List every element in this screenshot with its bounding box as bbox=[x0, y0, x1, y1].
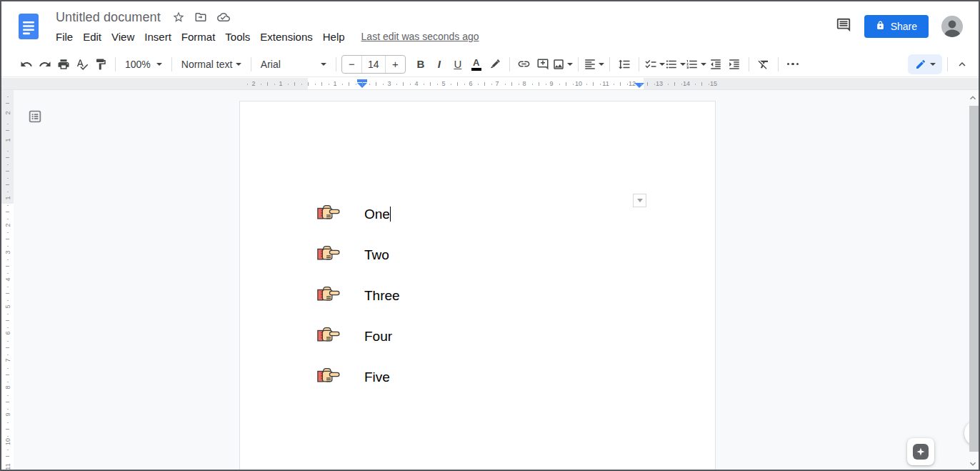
decrease-font-size-button[interactable]: − bbox=[342, 55, 361, 74]
docs-logo[interactable] bbox=[1, 1, 56, 51]
scroll-up-button[interactable] bbox=[966, 91, 979, 104]
menubar: FileEditViewInsertFormatToolsExtensionsH… bbox=[56, 28, 479, 45]
insert-image-button[interactable] bbox=[552, 55, 573, 74]
ruler-tick bbox=[396, 84, 397, 85]
chevron-down-icon bbox=[567, 63, 573, 66]
ruler-tick bbox=[6, 456, 9, 457]
ruler-number: 10 bbox=[575, 80, 582, 87]
menu-extensions[interactable]: Extensions bbox=[255, 29, 317, 44]
menu-edit[interactable]: Edit bbox=[78, 29, 106, 44]
last-edit-status-link[interactable]: Last edit was seconds ago bbox=[361, 31, 479, 42]
clear-formatting-button[interactable] bbox=[754, 55, 773, 74]
undo-button[interactable] bbox=[17, 55, 36, 74]
ruler-tick bbox=[627, 84, 628, 85]
account-avatar[interactable] bbox=[941, 16, 963, 37]
ruler-tick bbox=[321, 82, 322, 86]
menu-file[interactable]: File bbox=[56, 29, 78, 44]
ruler-tick bbox=[267, 82, 268, 86]
toolbar-divider bbox=[639, 57, 639, 71]
toolbar-divider bbox=[749, 57, 749, 71]
star-icon[interactable] bbox=[172, 11, 185, 24]
ruler-tick bbox=[6, 375, 9, 375]
document-page[interactable]: One Two bbox=[239, 101, 716, 471]
bulleted-list-button[interactable] bbox=[665, 55, 686, 74]
ruler-number: 5 bbox=[4, 304, 11, 308]
share-button[interactable]: Share bbox=[864, 15, 929, 38]
menu-insert[interactable]: Insert bbox=[139, 29, 176, 44]
ruler-tick bbox=[424, 84, 424, 85]
show-document-outline-button[interactable] bbox=[26, 107, 44, 126]
numbered-list-button[interactable] bbox=[686, 55, 706, 74]
toolbar-divider bbox=[336, 57, 336, 71]
ruler-tick bbox=[294, 82, 295, 86]
spelling-check-button[interactable] bbox=[73, 55, 91, 74]
font-size-input[interactable]: 14 bbox=[361, 55, 386, 74]
highlight-color-button[interactable] bbox=[486, 55, 504, 74]
scroll-down-button[interactable] bbox=[966, 457, 979, 470]
ruler-number: 1 bbox=[279, 80, 282, 87]
redo-button[interactable] bbox=[36, 55, 54, 74]
ruler-tick bbox=[6, 239, 9, 239]
list-item[interactable]: Two bbox=[240, 235, 715, 276]
text-color-button[interactable]: A bbox=[467, 55, 486, 74]
list-item[interactable]: Three bbox=[240, 276, 715, 317]
chevron-down-icon bbox=[701, 63, 706, 66]
list-item[interactable]: Four bbox=[240, 317, 715, 357]
line-spacing-button[interactable] bbox=[615, 55, 634, 74]
print-button[interactable] bbox=[54, 55, 73, 74]
ruler-tick bbox=[674, 82, 675, 86]
underline-button[interactable]: U bbox=[449, 55, 467, 74]
list-item[interactable]: One bbox=[240, 194, 715, 235]
ruler-number: 2 bbox=[4, 223, 11, 227]
ruler-number: 4 bbox=[414, 80, 418, 87]
vertical-ruler[interactable]: 211234567891011 bbox=[1, 90, 14, 470]
ruler-tick bbox=[620, 82, 621, 86]
first-line-indent-marker[interactable] bbox=[357, 79, 367, 82]
ruler-tick bbox=[403, 82, 404, 86]
italic-button[interactable]: I bbox=[430, 55, 449, 74]
explore-sparkle-icon bbox=[913, 444, 929, 460]
cloud-saved-icon[interactable] bbox=[216, 11, 231, 24]
more-toolbar-options-button[interactable] bbox=[784, 55, 802, 74]
ruler-tick bbox=[7, 300, 9, 301]
zoom-select[interactable]: 100% bbox=[121, 55, 166, 74]
add-comment-button[interactable] bbox=[534, 55, 552, 74]
toolbar-divider bbox=[171, 57, 172, 71]
ruler-tick bbox=[7, 327, 9, 328]
decrease-indent-button[interactable] bbox=[706, 55, 725, 74]
ruler-tick bbox=[6, 293, 9, 294]
paint-format-button[interactable] bbox=[91, 55, 110, 74]
menu-view[interactable]: View bbox=[106, 29, 139, 44]
menu-help[interactable]: Help bbox=[318, 29, 350, 44]
ruler-number: 11 bbox=[602, 80, 609, 87]
explore-button[interactable] bbox=[907, 438, 934, 465]
insert-link-button[interactable] bbox=[515, 55, 534, 74]
right-indent-marker[interactable] bbox=[634, 83, 644, 88]
hide-menus-button[interactable] bbox=[953, 55, 971, 74]
editing-mode-button[interactable] bbox=[908, 54, 942, 74]
align-button[interactable] bbox=[584, 55, 604, 74]
ruler-tick bbox=[247, 84, 248, 85]
ruler-tick bbox=[511, 82, 512, 86]
font-family-select[interactable]: Arial bbox=[256, 55, 331, 74]
text-color-icon: A bbox=[471, 58, 481, 71]
ellipsis-icon bbox=[787, 63, 799, 66]
horizontal-ruler[interactable]: 2113456789101112131415 bbox=[1, 78, 979, 90]
ruler-tick bbox=[7, 205, 9, 206]
scrollbar-thumb[interactable] bbox=[969, 106, 979, 452]
increase-font-size-button[interactable]: + bbox=[386, 55, 405, 74]
toolbar: 100% Normal text Arial − 14 + B I U A bbox=[1, 51, 979, 77]
ruler-tick bbox=[593, 82, 594, 86]
checklist-button[interactable] bbox=[644, 55, 665, 74]
menu-tools[interactable]: Tools bbox=[220, 29, 255, 44]
paragraph-styles-select[interactable]: Normal text bbox=[177, 55, 246, 74]
increase-indent-button[interactable] bbox=[725, 55, 744, 74]
menu-format[interactable]: Format bbox=[176, 29, 221, 44]
move-to-folder-icon[interactable] bbox=[194, 11, 207, 24]
ruler-tick bbox=[7, 314, 9, 314]
chevron-down-icon bbox=[599, 63, 604, 66]
list-item[interactable]: Five bbox=[240, 357, 715, 398]
open-comment-history-icon[interactable] bbox=[836, 17, 851, 36]
document-title[interactable]: Untitled document bbox=[56, 10, 161, 25]
bold-button[interactable]: B bbox=[411, 55, 430, 74]
